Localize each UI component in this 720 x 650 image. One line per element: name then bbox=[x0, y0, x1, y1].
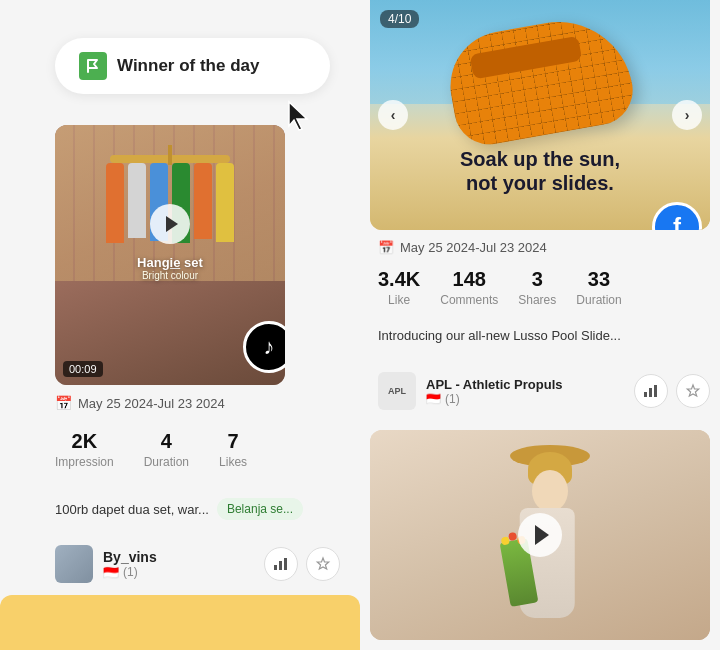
winner-banner[interactable]: Winner of the day bbox=[55, 38, 330, 94]
svg-rect-5 bbox=[654, 385, 657, 397]
brand-analytics-icon bbox=[643, 383, 659, 399]
duration-badge: 00:09 bbox=[63, 361, 103, 377]
video-line1: Hangie set bbox=[137, 255, 203, 270]
star-button[interactable] bbox=[306, 547, 340, 581]
brand-star-icon bbox=[685, 383, 701, 399]
cursor bbox=[285, 100, 313, 134]
stats-row: 2K Impression 4 Duration 7 Likes bbox=[55, 430, 247, 469]
right-stat-comments-value: 148 bbox=[440, 268, 498, 291]
creator-flag-row: 🇮🇩 (1) bbox=[103, 565, 254, 580]
right-calendar-icon: 📅 bbox=[378, 240, 394, 255]
star-icon bbox=[315, 556, 331, 572]
stat-duration-label: Duration bbox=[144, 455, 189, 469]
next-button[interactable]: › bbox=[672, 100, 702, 130]
bottom-strip bbox=[0, 595, 360, 650]
creator-avatar bbox=[55, 545, 93, 583]
date-row: 📅 May 25 2024-Jul 23 2024 bbox=[55, 395, 225, 411]
top-image-card: Soak up the sun, not your slides. ‹ › 4/… bbox=[370, 0, 710, 230]
brand-info: APL - Athletic Propuls 🇮🇩 (1) bbox=[426, 377, 624, 406]
right-stat-duration: 33 Duration bbox=[576, 268, 621, 307]
stat-duration-value: 4 bbox=[144, 430, 189, 453]
right-stat-shares: 3 Shares bbox=[518, 268, 556, 307]
stat-impression: 2K Impression bbox=[55, 430, 114, 469]
right-stat-like-label: Like bbox=[378, 293, 420, 307]
creator-actions bbox=[264, 547, 340, 581]
brand-flag-row: 🇮🇩 (1) bbox=[426, 392, 624, 406]
desc-row: 100rb dapet dua set, war... Belanja se..… bbox=[55, 498, 350, 520]
right-panel: Soak up the sun, not your slides. ‹ › 4/… bbox=[360, 0, 720, 650]
right-stat-shares-value: 3 bbox=[518, 268, 556, 291]
flag-icon bbox=[79, 52, 107, 80]
right-stat-shares-label: Shares bbox=[518, 293, 556, 307]
svg-rect-0 bbox=[274, 565, 277, 570]
svg-rect-2 bbox=[284, 558, 287, 570]
svg-rect-4 bbox=[649, 388, 652, 397]
brand-count: (1) bbox=[445, 392, 460, 406]
belanja-button[interactable]: Belanja se... bbox=[217, 498, 303, 520]
stat-likes-label: Likes bbox=[219, 455, 247, 469]
bottom-image-card bbox=[370, 430, 710, 640]
right-stat-like: 3.4K Like bbox=[378, 268, 420, 307]
right-date-range: May 25 2024-Jul 23 2024 bbox=[400, 240, 547, 255]
bottom-play-button[interactable] bbox=[518, 513, 562, 557]
desc-text: 100rb dapet dua set, war... bbox=[55, 502, 209, 517]
creator-flag: 🇮🇩 bbox=[103, 565, 119, 580]
video-card[interactable]: Hangie set Bright colour 00:09 ♪ bbox=[55, 125, 285, 385]
brand-name: APL - Athletic Propuls bbox=[426, 377, 624, 392]
brand-logo: APL bbox=[378, 372, 416, 410]
slide-headline-1: Soak up the sun, bbox=[370, 147, 710, 171]
stat-impression-value: 2K bbox=[55, 430, 114, 453]
brand-row: APL APL - Athletic Propuls 🇮🇩 (1) bbox=[378, 372, 710, 410]
video-line2: Bright colour bbox=[137, 270, 203, 281]
analytics-button[interactable] bbox=[264, 547, 298, 581]
analytics-icon bbox=[273, 556, 289, 572]
right-desc-text: Introducing our all-new Lusso Pool Slide… bbox=[378, 328, 621, 343]
slide-text-overlay: Soak up the sun, not your slides. bbox=[370, 147, 710, 195]
right-stats-row: 3.4K Like 148 Comments 3 Shares 33 Durat… bbox=[378, 268, 622, 307]
creator-name: By_vins bbox=[103, 549, 254, 565]
video-text-overlay: Hangie set Bright colour bbox=[137, 255, 203, 281]
right-date-row: 📅 May 25 2024-Jul 23 2024 bbox=[378, 240, 547, 255]
brand-flag: 🇮🇩 bbox=[426, 392, 441, 406]
svg-rect-3 bbox=[644, 392, 647, 397]
right-stat-comments: 148 Comments bbox=[440, 268, 498, 307]
stat-impression-label: Impression bbox=[55, 455, 114, 469]
stat-likes: 7 Likes bbox=[219, 430, 247, 469]
creator-info: By_vins 🇮🇩 (1) bbox=[103, 549, 254, 580]
stat-likes-value: 7 bbox=[219, 430, 247, 453]
date-range: May 25 2024-Jul 23 2024 bbox=[78, 396, 225, 411]
page-indicator: 4/10 bbox=[380, 10, 419, 28]
brand-star-button[interactable] bbox=[676, 374, 710, 408]
left-panel: Winner of the day Hangie s bbox=[0, 0, 360, 650]
brand-actions bbox=[634, 374, 710, 408]
brand-analytics-button[interactable] bbox=[634, 374, 668, 408]
slide-headline-2: not your slides. bbox=[370, 171, 710, 195]
creator-row: By_vins 🇮🇩 (1) bbox=[55, 545, 340, 583]
right-stat-comments-label: Comments bbox=[440, 293, 498, 307]
prev-button[interactable]: ‹ bbox=[378, 100, 408, 130]
right-desc-row: Introducing our all-new Lusso Pool Slide… bbox=[378, 328, 710, 343]
play-button[interactable] bbox=[150, 204, 190, 244]
winner-text: Winner of the day bbox=[117, 56, 259, 76]
calendar-icon: 📅 bbox=[55, 395, 72, 411]
stat-duration: 4 Duration bbox=[144, 430, 189, 469]
svg-rect-1 bbox=[279, 561, 282, 570]
right-stat-like-value: 3.4K bbox=[378, 268, 420, 291]
right-stat-duration-value: 33 bbox=[576, 268, 621, 291]
right-stat-duration-label: Duration bbox=[576, 293, 621, 307]
creator-count: (1) bbox=[123, 565, 138, 579]
